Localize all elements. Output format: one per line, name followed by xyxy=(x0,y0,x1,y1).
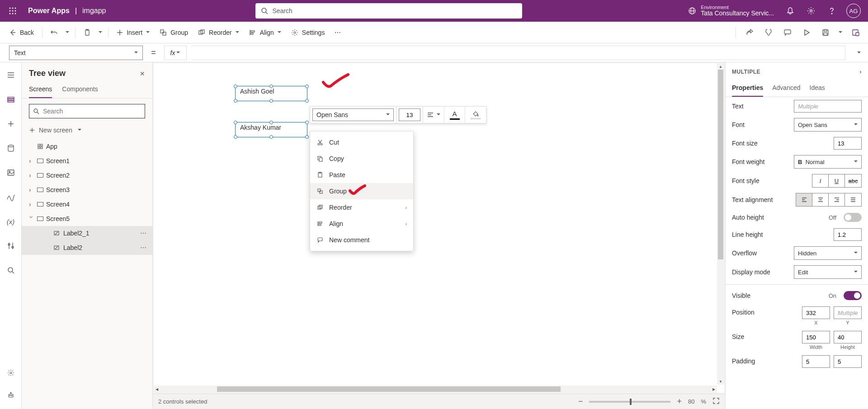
environment-picker[interactable]: Environment Tata Consultancy Servic... xyxy=(688,5,774,17)
tree-screen4[interactable]: ›Screen4 xyxy=(22,197,152,212)
ctx-cut[interactable]: Cut xyxy=(310,134,413,150)
prop-fontweight-select[interactable]: B Normal xyxy=(794,155,862,169)
zoom-in-button[interactable]: + xyxy=(677,397,682,406)
prop-lineheight-input[interactable] xyxy=(834,228,862,241)
mini-align-button[interactable] xyxy=(423,107,444,123)
tree-screen5[interactable]: ›Screen5 xyxy=(22,212,152,226)
ctx-reorder[interactable]: Reorder › xyxy=(310,199,413,216)
prop-x-input[interactable] xyxy=(802,306,830,319)
help-icon[interactable] xyxy=(822,1,842,21)
publish-button[interactable] xyxy=(847,24,863,41)
rail-search[interactable] xyxy=(3,262,19,278)
prop-y-input[interactable] xyxy=(834,306,862,319)
prop-fontsize-input[interactable] xyxy=(834,137,862,150)
scrollbar-thumb[interactable] xyxy=(718,70,723,259)
property-selector[interactable]: Text xyxy=(9,46,143,60)
tree-label2-1[interactable]: Label2_1 ⋯ xyxy=(22,226,152,240)
tree-screen3[interactable]: ›Screen3 xyxy=(22,183,152,197)
tab-advanced[interactable]: Advanced xyxy=(772,80,800,97)
mini-fill-color[interactable] xyxy=(465,107,486,123)
tab-ideas[interactable]: Ideas xyxy=(810,80,825,97)
prop-padtop-input[interactable] xyxy=(802,355,830,368)
rail-flows[interactable] xyxy=(3,189,19,205)
undo-split[interactable] xyxy=(63,29,71,36)
align-button[interactable]: Align xyxy=(245,25,286,40)
align-center-button[interactable] xyxy=(812,193,829,206)
italic-button[interactable]: I xyxy=(812,174,829,187)
more-button[interactable]: ⋯ xyxy=(330,25,345,40)
app-name[interactable]: imgapp xyxy=(82,7,106,15)
tab-components[interactable]: Components xyxy=(62,85,98,98)
rail-variables[interactable]: (x) xyxy=(3,213,19,230)
rail-treeview[interactable] xyxy=(3,91,19,108)
prop-autoheight-toggle[interactable] xyxy=(844,213,862,222)
share-button[interactable] xyxy=(741,24,758,41)
settings-button[interactable]: Settings xyxy=(287,25,330,40)
scroll-up-arrow[interactable]: ▲ xyxy=(717,63,724,70)
insert-button[interactable]: Insert xyxy=(112,25,154,40)
group-button[interactable]: Group xyxy=(155,25,193,40)
node-more-icon[interactable]: ⋯ xyxy=(140,244,147,251)
ctx-group[interactable]: Group xyxy=(310,183,413,199)
prop-text-input[interactable] xyxy=(794,100,862,113)
ctx-copy[interactable]: Copy xyxy=(310,150,413,167)
canvas-horizontal-scrollbar[interactable]: ◀ ▶ xyxy=(154,385,717,393)
canvas-vertical-scrollbar[interactable]: ▲ ▼ xyxy=(717,63,724,385)
mini-fontsize-input[interactable] xyxy=(399,108,420,121)
paste-split[interactable] xyxy=(96,29,104,36)
strike-button[interactable]: abc xyxy=(845,174,861,187)
prop-padbottom-input[interactable] xyxy=(834,355,862,368)
tree-screen2[interactable]: ›Screen2 xyxy=(22,168,152,183)
checker-button[interactable] xyxy=(760,24,777,41)
tab-properties[interactable]: Properties xyxy=(732,80,763,97)
ctx-new-comment[interactable]: New comment xyxy=(310,232,413,248)
back-button[interactable]: Back xyxy=(5,25,38,40)
product-name[interactable]: Power Apps xyxy=(28,7,70,15)
app-launcher-icon[interactable] xyxy=(4,2,22,20)
prop-height-input[interactable] xyxy=(834,331,862,343)
rail-media[interactable] xyxy=(3,165,19,181)
tree-search-input[interactable] xyxy=(43,108,141,115)
preview-button[interactable] xyxy=(798,24,815,41)
selected-label-2[interactable]: Akshay Kumar xyxy=(235,122,307,137)
selected-label-1[interactable]: Ashish Goel xyxy=(235,86,307,101)
align-right-button[interactable] xyxy=(829,193,845,206)
tree-app-node[interactable]: App xyxy=(22,139,152,154)
rail-virtual-agent[interactable] xyxy=(3,387,19,404)
mini-font-select[interactable]: Open Sans xyxy=(312,108,394,121)
align-justify-button[interactable] xyxy=(845,193,861,206)
close-tree-icon[interactable]: ✕ xyxy=(140,70,145,77)
prop-width-input[interactable] xyxy=(802,331,830,343)
global-search[interactable]: Search xyxy=(255,3,522,19)
save-button[interactable] xyxy=(817,24,834,41)
ctx-paste[interactable]: Paste xyxy=(310,167,413,183)
tab-screens[interactable]: Screens xyxy=(29,85,52,98)
scrollbar-thumb[interactable] xyxy=(217,386,561,392)
rail-insert[interactable] xyxy=(3,116,19,132)
node-more-icon[interactable]: ⋯ xyxy=(140,230,147,237)
notifications-icon[interactable] xyxy=(780,1,800,21)
zoom-slider[interactable] xyxy=(589,401,670,403)
formula-expand[interactable] xyxy=(850,49,868,56)
canvas[interactable]: Ashish Goel Akshay Kumar Open S xyxy=(154,63,724,393)
rail-settings[interactable] xyxy=(3,365,19,381)
rail-data[interactable] xyxy=(3,140,19,156)
save-split[interactable] xyxy=(836,29,844,36)
user-avatar[interactable]: AG xyxy=(846,4,861,18)
undo-button[interactable] xyxy=(46,25,62,40)
panel-expand-icon[interactable]: › xyxy=(860,69,862,75)
tree-screen1[interactable]: ›Screen1 xyxy=(22,154,152,168)
paste-button[interactable] xyxy=(79,25,95,40)
rail-advanced-tools[interactable] xyxy=(3,238,19,254)
scroll-right-arrow[interactable]: ▶ xyxy=(711,385,717,393)
rail-hamburger[interactable] xyxy=(3,67,19,83)
new-screen-button[interactable]: New screen xyxy=(22,124,152,136)
prop-visible-toggle[interactable] xyxy=(844,291,862,300)
settings-icon[interactable] xyxy=(801,1,821,21)
formula-input[interactable] xyxy=(191,46,845,60)
mini-font-color[interactable]: A xyxy=(444,107,465,123)
reorder-button[interactable]: Reorder xyxy=(193,25,244,40)
underline-button[interactable]: U xyxy=(829,174,845,187)
scroll-left-arrow[interactable]: ◀ xyxy=(154,385,160,393)
prop-font-select[interactable]: Open Sans xyxy=(794,118,862,132)
